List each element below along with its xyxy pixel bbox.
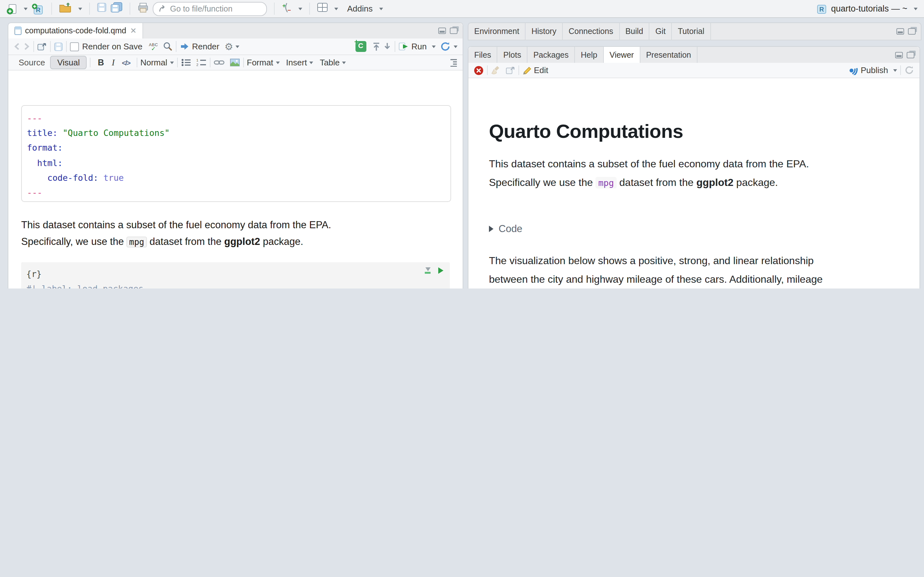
source-mode-button[interactable]: Source	[13, 56, 50, 69]
edit-label: Edit	[534, 65, 548, 75]
code-button[interactable]: </>	[119, 59, 134, 66]
visual-mode-button[interactable]: Visual	[50, 56, 87, 69]
code-fold-1[interactable]: Code	[489, 223, 522, 235]
doc-paragraph-2: The visualization below shows a positive…	[489, 251, 913, 288]
run-chunks-above-icon[interactable]	[425, 268, 431, 274]
version-control-icon[interactable]: +−	[282, 2, 292, 16]
goto-arrow-icon	[158, 5, 166, 12]
run-button[interactable]: Run	[399, 42, 436, 51]
tab-files[interactable]: Files	[468, 47, 498, 63]
tab-presentation[interactable]: Presentation	[640, 47, 698, 63]
tab-packages[interactable]: Packages	[527, 47, 575, 63]
refresh-icon[interactable]	[904, 65, 914, 75]
goto-placeholder: Go to file/function	[170, 4, 233, 13]
viewer-content[interactable]: Quarto Computations This dataset contain…	[468, 78, 919, 288]
tab-git[interactable]: Git	[650, 23, 672, 40]
project-menu[interactable]: R quarto-tutorials — ~	[816, 3, 918, 14]
paragraph-style-dropdown[interactable]: Normal	[140, 58, 167, 67]
save-doc-icon[interactable]	[54, 42, 63, 51]
editor-tab-label: computations-code-fold.qmd	[25, 26, 126, 35]
tab-connections[interactable]: Connections	[563, 23, 620, 40]
publish-icon	[847, 65, 858, 75]
popout-icon[interactable]	[506, 66, 515, 74]
open-file-caret[interactable]	[78, 7, 82, 10]
minimize-pane-icon[interactable]	[438, 27, 446, 34]
print-icon[interactable]	[137, 2, 149, 15]
pencil-icon	[522, 66, 531, 75]
addins-caret[interactable]	[379, 7, 383, 10]
format-menu[interactable]: Format	[247, 58, 273, 67]
main-toolbar: R Go to file/function +− Addins	[0, 0, 924, 18]
tab-build[interactable]: Build	[620, 23, 650, 40]
edit-button[interactable]: Edit	[522, 65, 548, 75]
maximize-pane-icon[interactable]	[907, 52, 914, 58]
panes-layout-caret[interactable]	[334, 7, 338, 10]
tab-tutorial[interactable]: Tutorial	[672, 23, 711, 40]
stop-icon[interactable]	[473, 65, 484, 75]
render-on-save-checkbox[interactable]	[70, 42, 79, 51]
code-chunk-1[interactable]: {r}#| label: load-packages library(ggplo…	[21, 262, 450, 288]
link-icon[interactable]	[213, 58, 224, 67]
popout-icon[interactable]	[37, 42, 47, 51]
tab-plots[interactable]: Plots	[498, 47, 528, 63]
render-on-save-label: Render on Save	[82, 42, 142, 51]
addins-menu[interactable]: Addins	[347, 4, 373, 13]
back-icon[interactable]	[13, 43, 22, 50]
bold-button[interactable]: B	[94, 58, 108, 67]
run-chunk-icon[interactable]	[438, 268, 443, 274]
source-caret[interactable]	[454, 45, 457, 48]
tab-environment[interactable]: Environment	[468, 23, 525, 40]
forward-icon[interactable]	[22, 43, 30, 50]
italic-button[interactable]: I	[108, 57, 118, 68]
minimize-pane-icon[interactable]	[897, 28, 904, 35]
run-below-arrow-icon[interactable]	[383, 42, 391, 51]
image-icon[interactable]	[229, 58, 240, 67]
tab-viewer[interactable]: Viewer	[604, 47, 640, 63]
save-all-icon[interactable]	[110, 2, 123, 15]
render-button[interactable]: Render	[180, 42, 219, 51]
close-tab-icon[interactable]: ✕	[130, 26, 136, 35]
svg-text:+: +	[282, 2, 286, 9]
insert-chunk-icon[interactable]: C +	[355, 41, 367, 52]
bullet-list-icon[interactable]	[181, 58, 191, 67]
new-project-icon[interactable]: R	[31, 2, 44, 15]
gear-icon[interactable]: ⚙	[225, 41, 233, 52]
publish-caret	[893, 69, 897, 71]
open-file-icon[interactable]	[59, 2, 72, 15]
chunk-1-code: {r}#| label: load-packages library(ggplo…	[26, 267, 445, 288]
run-icon	[399, 42, 409, 51]
outline-toggle-icon[interactable]	[448, 59, 457, 66]
editor-tab[interactable]: computations-code-fold.qmd ✕	[8, 23, 143, 39]
viewer-toolbar: Edit Publish	[468, 63, 919, 78]
tab-history[interactable]: History	[525, 23, 563, 40]
publish-button[interactable]: Publish	[847, 65, 897, 75]
maximize-pane-icon[interactable]	[450, 27, 457, 34]
source-refresh-icon[interactable]	[440, 42, 451, 51]
rstudio-window: R Go to file/function +− Addins	[0, 0, 924, 288]
minimize-pane-icon[interactable]	[895, 52, 903, 58]
publish-label: Publish	[861, 65, 888, 75]
panes-layout-icon[interactable]	[317, 3, 328, 15]
editor-content[interactable]: ---title: "Quarto Computations"format: h…	[8, 71, 463, 288]
new-file-caret[interactable]	[24, 7, 27, 10]
spellcheck-icon[interactable]: ABC✓	[149, 43, 158, 50]
render-options-caret[interactable]	[236, 45, 240, 48]
search-icon[interactable]	[163, 42, 173, 51]
save-icon[interactable]	[97, 3, 107, 15]
project-caret	[914, 7, 918, 10]
goto-file-input[interactable]: Go to file/function	[153, 2, 267, 16]
editor-paragraph-1[interactable]: This dataset contains a subset of the fu…	[21, 217, 452, 251]
run-above-arrow-icon[interactable]	[372, 42, 381, 51]
clear-viewer-broom-icon[interactable]	[491, 65, 501, 75]
table-menu[interactable]: Table	[320, 58, 340, 67]
svg-text:−: −	[288, 7, 291, 13]
insert-menu[interactable]: Insert	[286, 58, 307, 67]
tab-help[interactable]: Help	[575, 47, 604, 63]
version-control-caret[interactable]	[298, 7, 302, 10]
doc-paragraph-1: This dataset contains a subset of the fu…	[489, 155, 906, 192]
yaml-block[interactable]: ---title: "Quarto Computations"format: h…	[21, 105, 451, 202]
numbered-list-icon[interactable]: 12	[196, 58, 206, 67]
new-file-icon[interactable]	[6, 3, 17, 15]
maximize-pane-icon[interactable]	[908, 28, 916, 35]
run-caret	[432, 45, 436, 48]
